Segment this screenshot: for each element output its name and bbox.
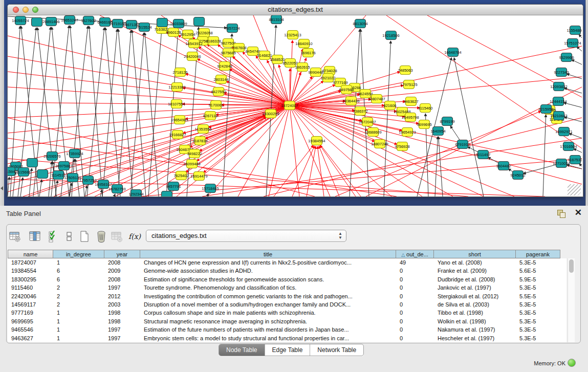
- graph-node[interactable]: 15992971: [555, 127, 572, 136]
- column-header-short[interactable]: short: [434, 250, 516, 258]
- graph-node[interactable]: 7485063: [398, 66, 412, 75]
- cell-short[interactable]: Hescheler et al. (1997): [434, 334, 516, 342]
- table-row[interactable]: 969969511998Structural magnetic resonanc…: [8, 317, 567, 325]
- graph-node[interactable]: [37, 170, 48, 179]
- cell-pagerank[interactable]: 5.9E-5: [516, 275, 560, 283]
- graph-node[interactable]: 15751074: [564, 39, 581, 48]
- table-row[interactable]: 946362711997Embryonic stem cells: a mode…: [8, 334, 567, 342]
- graph-node[interactable]: 7515524: [137, 23, 151, 32]
- graph-node[interactable]: 1696176: [300, 49, 315, 57]
- graph-node[interactable]: [32, 18, 42, 27]
- cell-in_degree[interactable]: 2: [53, 300, 104, 309]
- graph-node[interactable]: 12325413: [284, 31, 301, 39]
- float-panel-icon[interactable]: [557, 210, 565, 217]
- graph-node[interactable]: 7386372: [353, 107, 367, 116]
- graph-node[interactable]: 17957253: [79, 176, 96, 185]
- graph-node[interactable]: 9457791: [166, 182, 181, 191]
- table-row[interactable]: 911546021997Tourette syndrome. Phenomeno…: [8, 283, 567, 292]
- cell-in_degree[interactable]: 1: [53, 309, 104, 317]
- cell-title[interactable]: Embryonic stem cells: a model to study s…: [140, 334, 396, 342]
- memory-ok-led-icon[interactable]: [568, 359, 576, 367]
- cell-year[interactable]: 2008: [104, 258, 140, 267]
- table-scrollbar-thumb[interactable]: [569, 259, 574, 273]
- graph-node[interactable]: 12213383: [168, 83, 185, 92]
- cell-in_degree[interactable]: 1: [53, 334, 104, 342]
- table-settings-icon[interactable]: [9, 230, 21, 243]
- cell-name[interactable]: 19384554: [8, 267, 53, 275]
- cell-short[interactable]: Dudbridge et al. (2008): [434, 275, 516, 283]
- collapse-left-icon[interactable]: [1, 186, 3, 190]
- graph-node[interactable]: 9329966: [559, 53, 574, 62]
- cell-in_degree[interactable]: 1: [53, 325, 104, 334]
- table-scrollbar[interactable]: [568, 258, 575, 342]
- graph-node[interactable]: 19166827: [169, 130, 186, 139]
- graph-node[interactable]: 11353556: [195, 125, 212, 134]
- cell-name[interactable]: 9699695: [8, 317, 53, 325]
- graph-node[interactable]: 1640954: [430, 127, 445, 136]
- cell-in_degree[interactable]: 1: [53, 317, 104, 325]
- graph-node[interactable]: 20364436: [342, 97, 359, 105]
- left-splitter[interactable]: [0, 0, 4, 206]
- graph-node[interactable]: 8187834: [192, 137, 207, 145]
- graph-node[interactable]: 18640910: [295, 39, 312, 48]
- graph-node[interactable]: 9463627: [403, 97, 418, 106]
- cell-name[interactable]: 18724007: [8, 258, 53, 267]
- citation-network-graph[interactable]: 7163822896012889129542322605898275051654…: [8, 15, 582, 196]
- cell-short[interactable]: Yano et al. (2008): [434, 258, 516, 267]
- column-header-in_degree[interactable]: in_degree: [53, 250, 104, 258]
- graph-node[interactable]: 8960128: [166, 28, 181, 37]
- graph-node[interactable]: 19218506: [382, 31, 399, 40]
- graph-node[interactable]: [194, 17, 205, 26]
- graph-node[interactable]: 9115460: [418, 104, 433, 113]
- table-row[interactable]: 1872400712008Changes of HCN gene express…: [8, 258, 567, 267]
- cell-pagerank[interactable]: 5.3E-5: [516, 283, 560, 292]
- graph-node[interactable]: 7625402: [173, 171, 188, 180]
- cell-title[interactable]: Corpus callosum shape and size in male p…: [140, 309, 396, 317]
- close-window-icon[interactable]: [13, 7, 19, 13]
- graph-node[interactable]: 18807249: [371, 140, 388, 148]
- cell-in_degree[interactable]: 1: [53, 258, 104, 267]
- graph-node[interactable]: 8813104: [269, 15, 284, 24]
- tab-network-table[interactable]: Network Table: [310, 344, 363, 356]
- graph-node[interactable]: 1862615: [295, 63, 310, 72]
- cell-out_de[interactable]: 0: [396, 283, 434, 292]
- graph-node[interactable]: 8799199: [440, 117, 454, 126]
- table-row[interactable]: 1938455462009Genome-wide association stu…: [8, 267, 567, 275]
- cell-pagerank[interactable]: 5.3E-5: [516, 325, 560, 334]
- cell-name[interactable]: 9777169: [8, 309, 53, 317]
- graph-node[interactable]: 9245012: [510, 171, 525, 180]
- graph-node[interactable]: 9875685: [221, 49, 235, 57]
- graph-node[interactable]: 1527602: [81, 16, 96, 25]
- graph-node[interactable]: 8267110: [203, 112, 218, 120]
- cell-name[interactable]: 14569117: [8, 300, 53, 309]
- cell-out_de[interactable]: 0: [396, 325, 434, 334]
- cell-out_de[interactable]: 0: [396, 334, 434, 342]
- graph-node[interactable]: 8813054: [353, 19, 367, 28]
- table-row[interactable]: 2242004622012Investigating the contribut…: [8, 292, 567, 300]
- cell-out_de[interactable]: 0: [396, 275, 434, 283]
- cell-in_degree[interactable]: 2: [53, 283, 104, 292]
- cell-name[interactable]: 9465546: [8, 325, 53, 334]
- cell-pagerank[interactable]: 5.3E-5: [516, 258, 560, 267]
- table-row[interactable]: 977716911998Corpus callosum shape and si…: [8, 309, 567, 317]
- cell-title[interactable]: Estimation of the future numbers of pati…: [140, 325, 396, 334]
- graph-node[interactable]: 2803144: [213, 75, 228, 84]
- graph-node[interactable]: 16648784: [444, 48, 461, 57]
- cell-year[interactable]: 1997: [104, 325, 140, 334]
- cell-out_de[interactable]: 49: [396, 258, 434, 267]
- cell-in_degree[interactable]: 6: [53, 275, 104, 283]
- graph-node[interactable]: 9227343: [554, 68, 569, 77]
- cell-in_degree[interactable]: 6: [53, 267, 104, 275]
- graph-node[interactable]: 8427552: [211, 87, 226, 96]
- cell-pagerank[interactable]: 5.3E-5: [516, 300, 560, 309]
- select-rows-icon[interactable]: [48, 230, 60, 243]
- cell-short[interactable]: Stergiakouli et al. (2012): [434, 292, 516, 300]
- graph-node[interactable]: 1115688: [16, 168, 31, 177]
- graph-node[interactable]: 1114519: [51, 171, 66, 180]
- minimize-window-icon[interactable]: [23, 7, 29, 13]
- graph-node[interactable]: 12093832: [550, 82, 567, 91]
- cell-in_degree[interactable]: 2: [53, 292, 104, 300]
- cell-out_de[interactable]: 0: [396, 309, 434, 317]
- graph-node[interactable]: 2718126: [172, 68, 187, 77]
- cell-pagerank[interactable]: 5.3E-5: [516, 309, 560, 317]
